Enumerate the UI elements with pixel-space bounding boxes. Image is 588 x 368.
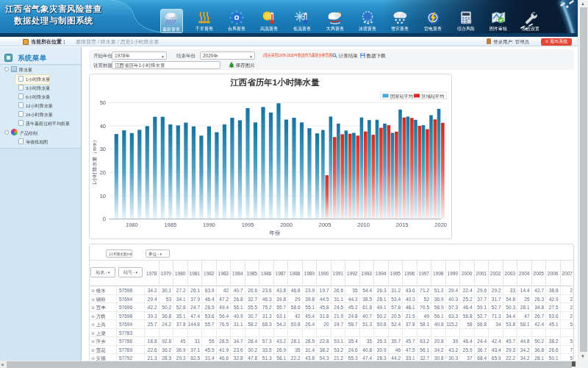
svg-text:年份: 年份 (269, 230, 282, 236)
svg-text:1980: 1980 (126, 222, 138, 228)
svg-text:20: 20 (100, 169, 106, 176)
svg-text:区域站平均: 区域站平均 (422, 93, 445, 99)
svg-text:1995: 1995 (242, 222, 254, 228)
svg-text:江西省历年1小时降水量: 江西省历年1小时降水量 (230, 77, 320, 87)
svg-text:30: 30 (100, 146, 106, 152)
svg-text:2000: 2000 (280, 222, 293, 228)
svg-text:国家站平均: 国家站平均 (390, 93, 413, 99)
svg-text:1小时降水量（mm）: 1小时降水量（mm） (92, 138, 98, 185)
svg-text:2010: 2010 (357, 222, 370, 228)
svg-text:1985: 1985 (164, 222, 176, 228)
svg-text:50: 50 (100, 99, 106, 106)
svg-text:1990: 1990 (203, 222, 215, 228)
svg-text:2005: 2005 (319, 222, 331, 228)
svg-text:2015: 2015 (396, 222, 409, 228)
svg-text:40: 40 (100, 123, 106, 130)
svg-text:10: 10 (100, 193, 106, 199)
svg-text:0: 0 (103, 216, 106, 222)
svg-text:2020: 2020 (434, 222, 447, 228)
